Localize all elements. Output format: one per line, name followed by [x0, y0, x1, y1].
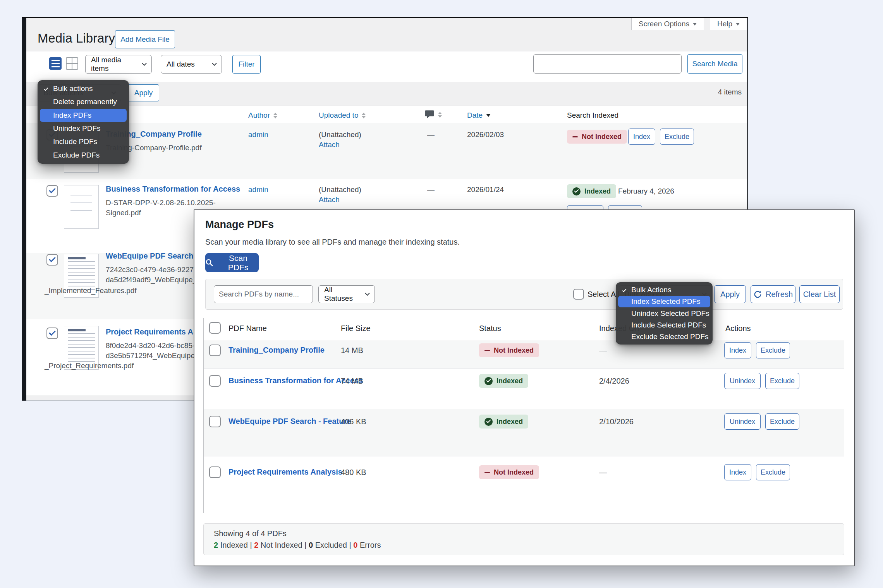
scan-pdfs-button[interactable]: Scan PDFs [205, 253, 259, 272]
date-filter-select[interactable]: All dates [161, 55, 222, 74]
media-item-title[interactable]: Business Transformation for Access [106, 185, 240, 194]
attach-link[interactable]: Attach [319, 195, 340, 204]
table-border [204, 369, 844, 369]
chevron-down-icon [212, 61, 217, 66]
grid-view-icon[interactable] [66, 57, 78, 70]
row-checkbox[interactable] [46, 327, 58, 339]
index-button[interactable]: Index [724, 464, 751, 480]
column-header-search-indexed: Search Indexed [567, 111, 618, 120]
minus-icon [484, 472, 490, 473]
menu-item-exclude-pdfs[interactable]: Exclude PDFs [40, 149, 127, 162]
help-tab[interactable]: Help [710, 18, 747, 30]
refresh-icon [753, 290, 762, 299]
row-checkbox[interactable] [209, 345, 221, 356]
media-item-filename: da5d2f49adf9_WebEquipe_P [106, 276, 202, 284]
select-all-label: Select All [588, 290, 619, 299]
clear-list-button[interactable]: Clear List [799, 285, 840, 303]
author-link[interactable]: admin [248, 185, 268, 194]
thumbnail-heading [68, 329, 86, 331]
attach-link[interactable]: Attach [319, 141, 340, 149]
file-size-value: 480 KB [341, 468, 366, 477]
indexed-count: 2 [214, 541, 218, 549]
pdf-name-link[interactable]: Training_Company Profile [228, 346, 325, 355]
row-checkbox[interactable] [46, 185, 58, 197]
pdf-thumbnail[interactable] [64, 185, 99, 229]
thumbnail-heading [68, 257, 86, 259]
date-value: 2026/02/03 [467, 130, 504, 139]
pdf-search-input[interactable] [214, 285, 313, 303]
menu-item-unindex-pdfs[interactable]: Unindex PDFs [40, 122, 127, 135]
author-link[interactable]: admin [248, 130, 268, 139]
index-button[interactable]: Index [628, 129, 655, 145]
panel-title: Manage PDFs [205, 219, 274, 231]
table-border [26, 106, 747, 106]
list-view-icon[interactable] [49, 57, 62, 70]
column-header-author[interactable]: Author [248, 109, 277, 122]
screen-options-tab[interactable]: Screen Options [631, 18, 704, 30]
add-media-file-button[interactable]: Add Media File [115, 30, 175, 48]
media-type-filter-select[interactable]: All media items [85, 55, 152, 74]
column-header-comments[interactable] [424, 108, 442, 121]
unindex-button[interactable]: Unindex [724, 413, 761, 430]
date-header-link[interactable]: Date [467, 111, 483, 120]
menu-item-unindex-selected[interactable]: Unindex Selected PDFs [618, 307, 710, 319]
indexed-on-value: 2/10/2026 [599, 417, 634, 426]
unindex-button[interactable]: Unindex [724, 373, 761, 389]
uploaded-to-header-link[interactable]: Uploaded to [319, 111, 358, 120]
minus-icon [572, 136, 578, 137]
comments-value: — [427, 130, 435, 139]
menu-item-index-selected[interactable]: Index Selected PDFs [618, 296, 710, 307]
items-count: 4 items [693, 88, 742, 96]
apply-button[interactable]: Apply [128, 84, 159, 101]
media-item-filename: 7242c3c0-c479-4e36-9227- [106, 266, 196, 274]
minus-icon [484, 350, 490, 351]
index-button[interactable]: Index [724, 342, 751, 358]
column-header-date[interactable]: Date [467, 109, 491, 122]
status-filter-select[interactable]: All Statuses [318, 285, 375, 303]
menu-item-exclude-selected[interactable]: Exclude Selected PDFs [618, 331, 710, 343]
select-all-rows-checkbox[interactable] [209, 322, 221, 334]
exclude-button[interactable]: Exclude [660, 129, 694, 145]
menu-item-bulk-actions[interactable]: Bulk actions [40, 82, 127, 95]
select-all-checkbox[interactable] [573, 289, 584, 300]
menu-item-delete-permanently[interactable]: Delete permanently [40, 95, 127, 108]
errors-count: 0 [353, 541, 357, 549]
pdf-name-link[interactable]: WebEquipe PDF Search - Feature [228, 417, 351, 426]
status-badge: Not Indexed [479, 343, 539, 357]
menu-item-include-selected[interactable]: Include Selected PDFs [618, 319, 710, 331]
refresh-button[interactable]: Refresh [751, 285, 795, 303]
row-checkbox[interactable] [209, 375, 221, 387]
excluded-count: 0 [309, 541, 313, 549]
menu-item-index-pdfs[interactable]: Index PDFs [40, 109, 127, 122]
sort-icon [438, 112, 442, 118]
media-search-input[interactable] [533, 54, 682, 74]
exclude-button[interactable]: Exclude [765, 413, 799, 430]
row-checkbox[interactable] [46, 254, 58, 266]
search-media-button[interactable]: Search Media [687, 54, 742, 74]
media-item-filename: d3e5b57129f4_WebEquipe_P [106, 351, 204, 360]
media-item-filename: D-STAR-DPP-V-2.08-26.10.2025- [106, 199, 216, 207]
row-checkbox[interactable] [209, 416, 221, 427]
sort-desc-icon [486, 114, 491, 117]
column-header-uploaded-to[interactable]: Uploaded to [319, 109, 366, 122]
panel-description: Scan your media library to see all PDFs … [205, 238, 460, 247]
status-badge: Indexed [479, 374, 528, 388]
scan-pdfs-label: Scan PDFs [218, 254, 259, 272]
sort-icon [362, 113, 366, 118]
panel-apply-button[interactable]: Apply [714, 285, 746, 303]
exclude-button[interactable]: Exclude [756, 342, 790, 358]
exclude-button[interactable]: Exclude [756, 464, 790, 480]
exclude-button[interactable]: Exclude [765, 373, 799, 389]
admin-sidebar-edge [22, 18, 26, 401]
pdf-name-link[interactable]: Project Requirements Analysis [228, 468, 342, 477]
screen-options-label: Screen Options [639, 20, 689, 28]
row-checkbox[interactable] [209, 466, 221, 478]
indexed-on-value: 2/4/2026 [599, 377, 629, 386]
chevron-down-icon [736, 23, 740, 26]
column-header-status: Status [479, 324, 501, 333]
filter-button[interactable]: Filter [232, 55, 261, 74]
author-header-link[interactable]: Author [248, 111, 270, 120]
indexed-on-value: — [599, 468, 607, 477]
menu-item-bulk-actions[interactable]: Bulk Actions [618, 284, 710, 296]
menu-item-include-pdfs[interactable]: Include PDFs [40, 135, 127, 148]
